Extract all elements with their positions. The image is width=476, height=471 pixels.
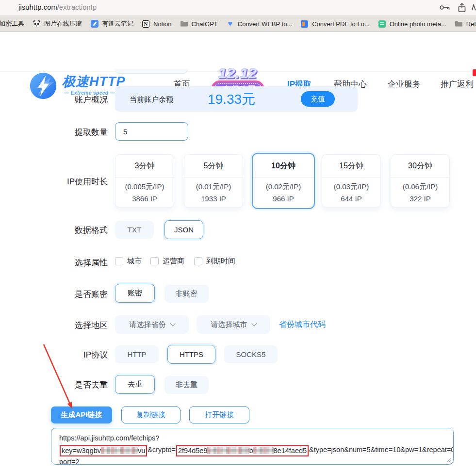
- crypto-mid: b: [249, 447, 253, 455]
- open-link-button[interactable]: 打开链接: [189, 406, 249, 423]
- province-placeholder: 请选择省份: [130, 320, 166, 329]
- api-url-line3: port=2: [59, 456, 445, 465]
- duration-count: 966 IP: [253, 195, 314, 203]
- folder-icon: [180, 20, 188, 28]
- protocol-option-https-selected[interactable]: HTTPS: [167, 345, 215, 364]
- api-url-params: &type=json&num=5&time=10&pw=1&repeat=0&: [309, 446, 454, 454]
- api-url-line1: https://api.jisuhttp.com/fetchips?: [59, 433, 445, 444]
- dedupe-option-no[interactable]: 非去重: [164, 376, 209, 394]
- province-select[interactable]: 请选择省份: [115, 315, 189, 334]
- duration-price: (0.005元/IP): [115, 182, 174, 192]
- browser-chrome: jisuhttp.com/extractionIp: [0, 0, 476, 16]
- nav-referral[interactable]: 推广返利: [441, 79, 474, 90]
- auth-label: 是否账密: [0, 289, 108, 300]
- checkbox-label: 到期时间: [206, 257, 235, 266]
- key-redaction-box: key=w3qgbvvu: [60, 445, 147, 456]
- bookmark-encrypt-tool[interactable]: 加密工具: [0, 19, 24, 28]
- auth-option-no-account[interactable]: 非账密: [164, 285, 209, 303]
- bookmark-label: ChatGPT: [192, 20, 218, 28]
- duration-count: 3866 IP: [115, 195, 174, 203]
- panda-icon: [33, 20, 41, 28]
- api-url-line2: key=w3qgbvvu&crypto=2f94d5e9b8e14faed5&t…: [59, 444, 445, 456]
- bookmark-convert-pdf[interactable]: Convert PDF to Lo...: [300, 20, 370, 28]
- site-header: 极速HTTP — Extreme speed — 首页 12.12 套餐购买 I…: [0, 32, 476, 72]
- chevron-down-icon: [251, 321, 257, 326]
- bookmark-relakkes-folder[interactable]: Relakkes: [455, 20, 476, 28]
- extract-quantity-label: 提取数量: [0, 127, 108, 138]
- attributes-label: 选择属性: [0, 257, 108, 268]
- duration-price: (0.03元/IP): [322, 182, 380, 192]
- protocol-option-socks5[interactable]: SOCKS5: [224, 345, 278, 363]
- duration-title: 10分钟: [253, 161, 314, 171]
- province-city-code-link[interactable]: 省份城市代码: [279, 320, 326, 330]
- duration-option-30min[interactable]: 30分钟 (0.06元/IP) 322 IP: [391, 154, 450, 208]
- duration-option-15min[interactable]: 15分钟 (0.03元/IP) 644 IP: [322, 154, 381, 208]
- region-label: 选择地区: [0, 320, 108, 331]
- recharge-button[interactable]: 充值: [301, 91, 335, 107]
- bookmark-label: 加密工具: [0, 19, 24, 28]
- checkbox-box[interactable]: [115, 257, 123, 265]
- share-icon[interactable]: [458, 2, 466, 13]
- bookmark-image-compress[interactable]: 图片在线压缩: [33, 19, 82, 28]
- chevron-down-icon: [170, 321, 175, 326]
- checkbox-city[interactable]: 城市: [115, 257, 142, 266]
- nav-enterprise[interactable]: 企业服务: [388, 79, 421, 90]
- url-host: jisuhttp.com: [18, 3, 57, 11]
- dedupe-option-yes-selected[interactable]: 去重: [115, 375, 155, 394]
- ip-duration-label: IP使用时长: [0, 176, 108, 187]
- checkbox-label: 运营商: [163, 257, 184, 266]
- checkbox-box[interactable]: [194, 257, 202, 265]
- folder-icon: [455, 20, 463, 28]
- city-select[interactable]: 请选择城市: [197, 315, 270, 334]
- resize-handle-icon[interactable]: [446, 457, 451, 462]
- account-overview-label: 账户概况: [0, 94, 108, 105]
- checkbox-isp[interactable]: 运营商: [150, 257, 184, 266]
- format-option-json-selected[interactable]: JSON: [164, 220, 203, 239]
- extract-quantity-input[interactable]: [115, 122, 188, 141]
- checkbox-box[interactable]: [150, 257, 159, 265]
- bookmark-convert-webp[interactable]: ♥ Convert WEBP to...: [226, 20, 292, 28]
- bookmark-chatgpt-folder[interactable]: ChatGPT: [180, 20, 218, 28]
- duration-title: 5分钟: [184, 161, 243, 171]
- partial-toolbar-icon[interactable]: [472, 4, 476, 12]
- generate-api-link-button[interactable]: 生成API链接: [51, 406, 112, 423]
- pdf-tool-icon: [300, 20, 309, 28]
- format-option-txt[interactable]: TXT: [115, 221, 154, 239]
- address-bar[interactable]: jisuhttp.com/extractionIp: [18, 3, 97, 11]
- duration-count: 1933 IP: [184, 195, 243, 203]
- duration-option-3min[interactable]: 3分钟 (0.005元/IP) 3866 IP: [115, 154, 174, 208]
- city-placeholder: 请选择城市: [211, 320, 247, 329]
- duration-title: 3分钟: [115, 161, 174, 171]
- duration-count: 322 IP: [391, 195, 449, 203]
- checkbox-expire-time[interactable]: 到期时间: [194, 257, 235, 266]
- bookmark-label: 有道云笔记: [102, 19, 133, 28]
- password-key-icon[interactable]: [439, 3, 451, 12]
- api-url-textarea[interactable]: https://api.jisuhttp.com/fetchips? key=w…: [51, 428, 454, 465]
- duration-price: (0.02元/IP): [253, 182, 314, 192]
- page: jisuhttp.com/extractionIp 加密工具 图片在线压缩 有道…: [0, 0, 476, 471]
- bookmark-label: Convert PDF to Lo...: [312, 20, 370, 28]
- photo-meta-icon: [378, 20, 386, 28]
- bookmark-label: 图片在线压缩: [44, 19, 82, 28]
- checkbox-label: 城市: [127, 257, 142, 266]
- auth-option-account-selected[interactable]: 账密: [115, 284, 155, 303]
- duration-count: 644 IP: [322, 195, 380, 203]
- account-panel: 当前账户余额 19.33元 充值: [115, 86, 358, 112]
- crypto-end: 8e14faed5: [274, 447, 307, 455]
- bookmark-photo-meta[interactable]: Online photo meta...: [378, 20, 446, 28]
- crypto-redaction-box: 2f94d5e9b8e14faed5: [176, 445, 309, 456]
- bookmark-label: Online photo meta...: [390, 20, 446, 28]
- duration-title: 15分钟: [322, 161, 380, 171]
- bookmark-youdao-note[interactable]: 有道云笔记: [90, 19, 133, 28]
- bookmark-notion[interactable]: N Notion: [142, 20, 172, 28]
- copy-link-button[interactable]: 复制链接: [121, 406, 181, 423]
- bookmarks-bar: 加密工具 图片在线压缩 有道云笔记 N Notion ChatGPT ♥ Con…: [0, 16, 476, 32]
- duration-option-10min-selected[interactable]: 10分钟 (0.02元/IP) 966 IP: [252, 153, 315, 209]
- url-path: /extractionIp: [57, 3, 97, 11]
- pixelated-crypto-blur2: [253, 447, 274, 454]
- duration-option-5min[interactable]: 5分钟 (0.01元/IP) 1933 IP: [184, 154, 243, 208]
- api-key-prefix: key=w3qgbv: [62, 447, 101, 455]
- protocol-option-http[interactable]: HTTP: [115, 345, 159, 363]
- duration-title: 30分钟: [391, 161, 449, 171]
- cutoff-input-sliver: [115, 69, 188, 74]
